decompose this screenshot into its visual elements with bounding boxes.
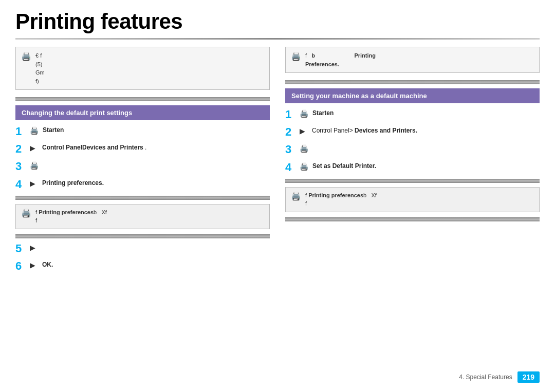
right-info-line1: f b Printing	[305, 52, 376, 59]
grey-bar-2	[15, 196, 270, 200]
page-number-badge: 219	[517, 371, 540, 383]
right-step-icon-1: 🖨️	[300, 109, 308, 118]
right-info-text: f b Printing Preferences.	[305, 51, 376, 68]
step-icon-6: ▶	[30, 261, 38, 269]
right-note-icon: 🖨️	[291, 191, 301, 201]
step-item: 6 ▶ OK.	[15, 260, 270, 272]
right-steps-list: 1 🖨️ Starten 2 ▶ Control Panel> Devices …	[285, 108, 540, 174]
right-info-line2: Preferences.	[305, 61, 339, 67]
right-note-box: 🖨️ f Printing preferencesb Xf f	[285, 187, 540, 212]
step-number-4: 4	[15, 178, 26, 191]
left-note-box: 🖨️ f Printing preferencesb Xf f	[15, 204, 270, 229]
step-icon-2: ▶	[30, 144, 38, 152]
left-steps-list: 1 🖨️ Starten 2 ▶ Control PanelDevices an…	[15, 125, 270, 191]
step-item: 4 ▶ Printing preferences.	[15, 178, 270, 191]
right-info-box-top: 🖨️ f b Printing Preferences.	[285, 47, 540, 73]
step-number-5: 5	[15, 242, 26, 255]
page-title: Printing features	[15, 9, 540, 34]
right-note-line2: f	[305, 200, 307, 207]
step-item: 3 🖨️	[15, 160, 270, 173]
left-steps-list-2: 5 ▶ 6 ▶ OK.	[15, 242, 270, 272]
step-text-6: OK.	[42, 260, 53, 269]
right-step-icon-2: ▶	[300, 127, 308, 135]
step-item: 3 🖨️	[285, 143, 540, 156]
note-line2: f	[35, 217, 37, 223]
note-printer-icon: 🖨️	[21, 208, 31, 218]
step-item: 4 🖨️ Set as Default Printer.	[285, 161, 540, 174]
left-info-text: € f (5) Gm f)	[35, 51, 45, 85]
right-grey-bar-3	[285, 217, 540, 221]
right-grey-bar-1	[285, 80, 540, 84]
two-column-layout: 🖨️ € f (5) Gm f) Changing the default pr…	[15, 47, 540, 277]
note-text-right: f Printing preferencesb Xf f	[305, 191, 377, 208]
note-text-left: f Printing preferencesb Xf f	[35, 208, 107, 225]
left-section-header: Changing the default print settings	[15, 105, 270, 120]
step-icon-4: ▶	[30, 179, 38, 188]
page-container: Printing features 🖨️ € f (5) Gm f) Chang…	[0, 0, 555, 392]
info-line2: (5)	[35, 61, 42, 67]
step-item: 2 ▶ Control PanelDevices and Printers .	[15, 143, 270, 155]
info-line3: Gm	[35, 69, 45, 76]
note-line1: f Printing preferencesb Xf	[35, 209, 107, 215]
right-step-number-1: 1	[285, 108, 295, 121]
step-number-2: 2	[15, 143, 26, 155]
right-step-number-3: 3	[285, 143, 295, 156]
page-footer: 4. Special Features 219	[459, 371, 540, 383]
step-icon-5: ▶	[30, 244, 38, 252]
step-number-1: 1	[15, 125, 26, 138]
step-text-4: Printing preferences.	[42, 178, 104, 188]
grey-bar-3	[15, 234, 270, 238]
step-icon-1: 🖨️	[30, 126, 39, 135]
right-note-line1: f Printing preferencesb Xf	[305, 192, 377, 198]
right-step-number-2: 2	[285, 126, 295, 138]
right-section-header: Setting your machine as a default machin…	[285, 88, 540, 103]
right-step-icon-3: 🖨️	[300, 144, 308, 153]
step-icon-3: 🖨️	[30, 161, 39, 170]
step-text-1: Starten	[43, 125, 64, 135]
step-item: 2 ▶ Control Panel> Devices and Printers.	[285, 126, 540, 138]
step-item: 5 ▶	[15, 242, 270, 255]
right-column: 🖨️ f b Printing Preferences. Setting you…	[285, 47, 540, 277]
step-item: 1 🖨️ Starten	[285, 108, 540, 121]
left-info-box-top: 🖨️ € f (5) Gm f)	[15, 47, 270, 90]
step-item: 1 🖨️ Starten	[15, 125, 270, 138]
step-text-2: Control PanelDevices and Printers .	[42, 143, 146, 152]
right-step-text-2: Control Panel> Devices and Printers.	[312, 126, 417, 135]
right-step-text-1: Starten	[312, 108, 334, 118]
printer-icon: 🖨️	[21, 51, 31, 61]
right-step-number-4: 4	[285, 161, 295, 174]
title-divider	[15, 38, 540, 40]
info-line4: f)	[35, 78, 39, 84]
step-number-6: 6	[15, 260, 26, 272]
printer-icon-right: 🖨️	[291, 51, 301, 61]
left-column: 🖨️ € f (5) Gm f) Changing the default pr…	[15, 47, 270, 277]
right-step-icon-4: 🖨️	[300, 162, 308, 171]
right-step-text-4: Set as Default Printer.	[312, 161, 376, 171]
info-line1: € f	[35, 52, 42, 59]
step-number-3: 3	[15, 160, 26, 173]
grey-bar-1	[15, 97, 270, 101]
footer-text: 4. Special Features	[459, 374, 512, 381]
right-grey-bar-2	[285, 179, 540, 183]
